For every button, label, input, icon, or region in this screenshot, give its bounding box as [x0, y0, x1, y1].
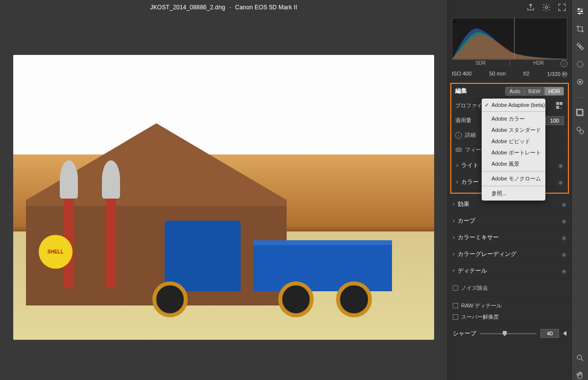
eye-icon[interactable]: ◉ [562, 218, 566, 225]
svg-point-7 [581, 11, 582, 12]
sharpen-slider[interactable] [480, 333, 537, 334]
eye-icon[interactable]: ◉ [562, 201, 566, 208]
edit-sliders-icon[interactable] [576, 7, 585, 16]
denoise-checkbox[interactable]: ノイズ除去 [453, 282, 566, 294]
title-bar: JKOST_2014_08886_2.dng - Canon EOS 5D Ma… [0, 0, 447, 15]
eye-icon[interactable]: ◉ [562, 234, 566, 241]
sdr-label: SDR [452, 60, 510, 66]
profile-option-standard[interactable]: Adobe スタンダード [482, 125, 545, 136]
panel-detail[interactable]: ›ディテール ◉ [448, 263, 571, 279]
panel-curve[interactable]: ›カーブ ◉ [448, 213, 571, 229]
eye-icon[interactable]: ◉ [558, 162, 563, 169]
redeye-icon[interactable] [576, 77, 585, 86]
amount-value[interactable]: 100 [545, 116, 564, 125]
svg-point-11 [579, 81, 581, 83]
export-icon[interactable] [526, 3, 535, 12]
eye-icon[interactable]: ◉ [562, 268, 566, 275]
profile-dropdown[interactable]: Adobe Adaptive (beta) Adobe カラー Adobe スタ… [482, 99, 545, 201]
profile-option-color[interactable]: Adobe カラー [482, 113, 545, 125]
profile-option-monochrome[interactable]: Adobe モノクローム [482, 173, 545, 184]
shell-sign: SHELL [39, 235, 73, 269]
edit-header: 編集 [455, 87, 467, 95]
eye-icon[interactable]: ◉ [562, 251, 566, 258]
highlighted-edit-region: 編集 Auto B&W HDR プロファイル ⌕ Adobe Adaptive … [450, 83, 569, 194]
hdr-label: HDR [510, 60, 568, 66]
camera-model: Canon EOS 5D Mark II [235, 4, 297, 11]
exif-shutter: 1/320 秒 [547, 71, 567, 78]
hdr-button[interactable]: HDR [544, 87, 564, 96]
sharpen-value[interactable]: 40 [540, 329, 559, 338]
raw-detail-checkbox[interactable]: RAW ディテール [453, 300, 566, 311]
svg-point-9 [577, 61, 583, 67]
feedback-icon [455, 147, 462, 153]
panel-color-grading[interactable]: ›カラーグレーディング ◉ [448, 246, 571, 263]
exif-focal: 50 mm [489, 71, 506, 78]
svg-point-14 [577, 127, 581, 131]
filename: JKOST_2014_08886_2.dng [150, 4, 225, 11]
exif-aperture: f/2 [523, 71, 529, 78]
crop-icon[interactable] [576, 25, 585, 33]
svg-point-3 [457, 149, 458, 150]
photo-preview: SHELL [13, 55, 434, 340]
svg-point-4 [458, 149, 459, 150]
super-resolution-checkbox[interactable]: スーパー解像度 [453, 311, 566, 323]
panel-color-mixer[interactable]: ›カラーミキサー ◉ [448, 229, 571, 246]
mask-icon[interactable] [576, 60, 585, 69]
tool-strip [571, 0, 588, 380]
info-icon[interactable]: i [455, 132, 462, 139]
hand-icon[interactable] [576, 371, 585, 380]
presets-icon[interactable] [576, 108, 585, 117]
disclosure-icon[interactable] [563, 331, 566, 336]
profile-option-portrait[interactable]: Adobe ポートレート [482, 147, 545, 158]
eye-icon[interactable]: ◉ [558, 179, 563, 186]
info-icon[interactable]: i [561, 60, 567, 67]
feedback-link[interactable]: フィー [465, 146, 481, 153]
healing-icon[interactable] [576, 42, 585, 51]
image-viewer[interactable]: SHELL [0, 15, 447, 380]
sharpen-label: シャープ [453, 329, 476, 338]
profile-option-vivid[interactable]: Adobe ビビッド [482, 136, 545, 147]
versions-icon[interactable] [576, 126, 585, 135]
svg-point-8 [579, 13, 580, 14]
highlight-clip-icon[interactable] [452, 18, 457, 23]
exif-bar: ISO 400 50 mm f/2 1/320 秒 [448, 69, 571, 80]
profile-option-landscape[interactable]: Adobe 風景 [482, 158, 545, 170]
profile-option-adaptive[interactable]: Adobe Adaptive (beta) [482, 100, 545, 110]
bw-button[interactable]: B&W [524, 87, 544, 96]
auto-button[interactable]: Auto [505, 87, 524, 96]
svg-point-5 [460, 149, 460, 150]
exif-iso: ISO 400 [452, 71, 471, 78]
svg-point-15 [580, 130, 584, 134]
fullscreen-icon[interactable] [558, 3, 566, 12]
profile-browser-icon[interactable]: ⌕ [556, 102, 564, 110]
details-link[interactable]: 詳細 [465, 131, 476, 139]
svg-point-6 [578, 8, 579, 10]
amount-label: 適用量 [455, 117, 471, 124]
svg-point-0 [545, 6, 548, 9]
gear-icon[interactable] [542, 3, 551, 12]
zoom-icon[interactable] [576, 354, 585, 362]
svg-point-16 [577, 355, 582, 359]
histogram[interactable]: SDR HDR i [448, 15, 571, 69]
profile-option-browse[interactable]: 参照... [482, 188, 545, 199]
